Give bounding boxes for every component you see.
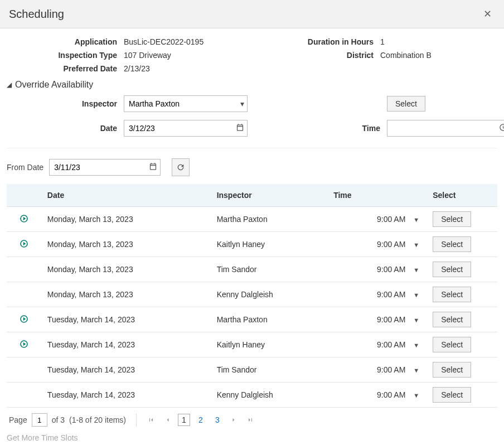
table-row: Tuesday, March 14, 2023Kaitlyn Haney9:00…: [7, 332, 497, 357]
slots-table: Date Inspector Time Select Monday, March…: [7, 184, 497, 408]
pager-page-3[interactable]: 3: [211, 414, 224, 426]
row-inspector: Kaitlyn Haney: [211, 332, 328, 357]
preference-icon: [20, 214, 28, 223]
application-value: BusLic-DEC2022-0195: [124, 37, 203, 46]
table-row: Tuesday, March 14, 2023Tim Sandor9:00 AM…: [7, 357, 497, 383]
table-row: Monday, March 13, 2023Kenny Dalgleish9:0…: [7, 282, 497, 307]
row-time: 9:00 AM: [377, 365, 405, 374]
chevron-first-icon: [148, 417, 154, 423]
inspection-type-label: Inspection Type: [7, 51, 124, 60]
pager-page-label: Page: [9, 415, 27, 424]
row-time: 9:00 AM: [377, 215, 405, 224]
collapse-icon: ◢: [7, 81, 12, 89]
override-section-toggle[interactable]: ◢ Override Availability: [7, 80, 497, 90]
row-date: Monday, March 13, 2023: [42, 207, 211, 232]
inspector-select[interactable]: [124, 95, 248, 112]
row-inspector: Kenny Dalgleish: [211, 383, 328, 408]
time-dropdown-icon[interactable]: ▼: [413, 392, 419, 399]
preference-icon: [20, 239, 28, 248]
time-dropdown-icon[interactable]: ▼: [413, 267, 419, 273]
pager: Page of 3 (1-8 of 20 items) 123: [7, 408, 497, 432]
inspector-label: Inspector: [7, 99, 124, 108]
row-time: 9:00 AM: [377, 315, 405, 324]
preference-icon: [20, 340, 28, 349]
row-select-button[interactable]: Select: [433, 337, 471, 352]
duration-value: 1: [380, 37, 385, 46]
col-inspector-header[interactable]: Inspector: [211, 184, 328, 207]
inspection-type-value: 107 Driveway: [124, 51, 171, 60]
duration-label: Duration in Hours: [263, 37, 380, 46]
chevron-right-icon: [230, 417, 237, 423]
row-date: Monday, March 13, 2023: [42, 232, 211, 257]
preferred-date-value: 2/13/23: [124, 64, 150, 73]
time-dropdown-icon[interactable]: ▼: [413, 292, 419, 298]
pager-last-button[interactable]: [244, 413, 257, 427]
col-time-header[interactable]: Time: [328, 184, 427, 207]
time-dropdown-icon[interactable]: ▼: [413, 367, 419, 374]
col-select-header: Select: [427, 184, 497, 207]
row-time: 9:00 AM: [377, 265, 405, 274]
refresh-button[interactable]: [172, 158, 190, 176]
district-value: Combination B: [380, 51, 432, 60]
pager-of-label: of 3: [52, 415, 65, 424]
pager-page-input[interactable]: [32, 413, 47, 427]
override-date-input[interactable]: [124, 120, 248, 137]
pager-summary: (1-8 of 20 items): [69, 415, 126, 424]
close-icon[interactable]: ✕: [480, 7, 495, 21]
row-time: 9:00 AM: [377, 340, 405, 349]
row-date: Monday, March 13, 2023: [42, 257, 211, 282]
row-inspector: Martha Paxton: [211, 207, 328, 232]
row-inspector: Martha Paxton: [211, 307, 328, 332]
row-inspector: Kenny Dalgleish: [211, 282, 328, 307]
details-grid: Application BusLic-DEC2022-0195 Duration…: [7, 37, 497, 73]
dialog-title: Scheduling: [9, 8, 64, 21]
row-time: 9:00 AM: [377, 240, 405, 249]
row-inspector: Kaitlyn Haney: [211, 232, 328, 257]
pager-page-2[interactable]: 2: [195, 414, 207, 426]
pager-page-1[interactable]: 1: [178, 414, 190, 426]
get-more-link[interactable]: Get More Time Slots: [7, 432, 497, 445]
row-date: Tuesday, March 14, 2023: [42, 332, 211, 357]
application-label: Application: [7, 37, 124, 46]
preference-icon: [20, 315, 28, 323]
time-dropdown-icon[interactable]: ▼: [413, 241, 419, 248]
time-dropdown-icon[interactable]: ▼: [413, 216, 419, 223]
row-select-button[interactable]: Select: [433, 387, 471, 403]
table-row: Monday, March 13, 2023Martha Paxton9:00 …: [7, 207, 497, 232]
row-select-button[interactable]: Select: [433, 362, 471, 378]
row-date: Tuesday, March 14, 2023: [42, 357, 211, 383]
row-date: Tuesday, March 14, 2023: [42, 383, 211, 408]
override-title: Override Availability: [15, 80, 93, 90]
table-row: Tuesday, March 14, 2023Martha Paxton9:00…: [7, 307, 497, 332]
override-time-label: Time: [270, 124, 387, 133]
pager-next-button[interactable]: [227, 413, 240, 427]
col-date-header[interactable]: Date: [42, 184, 211, 207]
row-time: 9:00 AM: [377, 390, 405, 399]
refresh-icon: [176, 163, 185, 172]
row-inspector: Tim Sandor: [211, 257, 328, 282]
pager-prev-button[interactable]: [161, 413, 175, 427]
row-select-button[interactable]: Select: [433, 236, 471, 252]
row-select-button[interactable]: Select: [433, 287, 471, 302]
time-dropdown-icon[interactable]: ▼: [413, 317, 419, 323]
pager-first-button[interactable]: [144, 413, 158, 427]
row-select-button[interactable]: Select: [433, 211, 471, 227]
time-dropdown-icon[interactable]: ▼: [413, 342, 419, 349]
preferred-date-label: Preferred Date: [7, 64, 124, 73]
table-row: Monday, March 13, 2023Tim Sandor9:00 AM▼…: [7, 257, 497, 282]
from-date-label: From Date: [7, 163, 43, 172]
chevron-left-icon: [164, 417, 171, 423]
table-row: Tuesday, March 14, 2023Kenny Dalgleish9:…: [7, 383, 497, 408]
table-row: Monday, March 13, 2023Kaitlyn Haney9:00 …: [7, 232, 497, 257]
row-select-button[interactable]: Select: [433, 262, 471, 277]
dialog-header: Scheduling ✕: [0, 0, 504, 28]
row-time: 9:00 AM: [377, 290, 405, 299]
row-date: Monday, March 13, 2023: [42, 282, 211, 307]
row-inspector: Tim Sandor: [211, 357, 328, 383]
override-time-input[interactable]: [387, 120, 504, 137]
override-select-button[interactable]: Select: [387, 96, 425, 112]
row-select-button[interactable]: Select: [433, 312, 471, 327]
from-date-input[interactable]: [49, 159, 161, 176]
chevron-last-icon: [247, 417, 254, 423]
district-label: District: [263, 51, 380, 60]
